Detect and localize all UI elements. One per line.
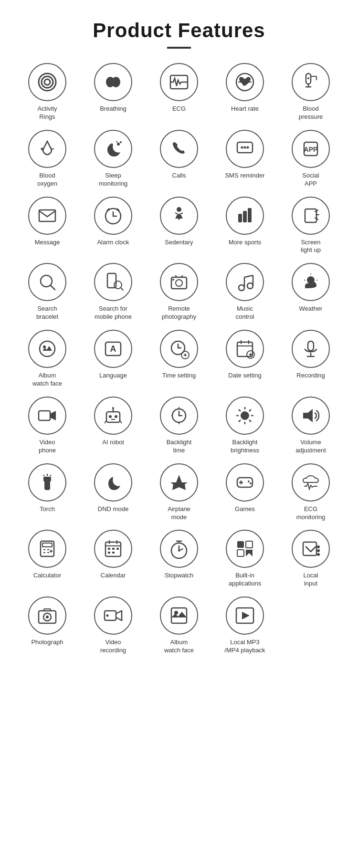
album-watch-face-icon-circle bbox=[28, 330, 66, 368]
svg-point-20 bbox=[241, 146, 243, 148]
local-mp3-label: Local MP3 /MP4 playback bbox=[224, 638, 265, 655]
local-input-label: Local input bbox=[303, 572, 318, 588]
svg-point-10 bbox=[307, 77, 309, 79]
feature-item-breathing: Breathing bbox=[80, 63, 146, 121]
photograph-label: Photograph bbox=[31, 638, 63, 647]
svg-rect-74 bbox=[308, 341, 314, 351]
recording-icon-circle bbox=[292, 330, 330, 368]
svg-point-58 bbox=[43, 345, 46, 348]
feature-item-ecg: ECG bbox=[146, 63, 212, 121]
language-icon-circle: A bbox=[94, 330, 132, 368]
feature-item-ecg-monitoring: ECG monitoring bbox=[278, 463, 344, 522]
breathing-label: Breathing bbox=[100, 105, 126, 113]
sleep-monitoring-icon-circle bbox=[94, 130, 132, 168]
svg-rect-113 bbox=[42, 543, 52, 547]
dnd-mode-icon-circle bbox=[94, 463, 132, 502]
svg-rect-77 bbox=[39, 411, 50, 420]
svg-point-45 bbox=[176, 280, 182, 286]
video-recording-icon-circle bbox=[94, 596, 132, 635]
calls-icon-circle bbox=[160, 130, 198, 168]
ai-robot-icon-circle bbox=[94, 397, 132, 435]
ecg-monitoring-icon-circle bbox=[292, 463, 330, 502]
local-mp3-icon-circle bbox=[226, 596, 264, 635]
message-icon-circle bbox=[28, 197, 66, 235]
svg-rect-138 bbox=[303, 542, 316, 555]
ecg-monitoring-label: ECG monitoring bbox=[296, 505, 326, 522]
volume-adjustment-label: Volume adjustment bbox=[295, 439, 326, 455]
svg-point-146 bbox=[46, 616, 49, 618]
feature-item-alarm-clock: Alarm clock bbox=[80, 197, 146, 255]
svg-point-18 bbox=[116, 141, 118, 142]
svg-line-84 bbox=[105, 420, 106, 423]
video-recording-label: Video recording bbox=[100, 638, 126, 655]
search-mobile-icon-circle bbox=[94, 263, 132, 301]
svg-rect-137 bbox=[237, 550, 244, 556]
svg-text:APP: APP bbox=[304, 146, 318, 153]
svg-rect-128 bbox=[112, 552, 115, 554]
svg-point-92 bbox=[241, 411, 249, 420]
feature-item-blood-oxygen: Blood oxygen bbox=[14, 130, 80, 188]
features-grid: Activity RingsBreathingECGHeart rateBloo… bbox=[10, 63, 348, 655]
music-control-label: Music control bbox=[235, 305, 254, 321]
sms-reminder-label: SMS reminder bbox=[225, 172, 264, 180]
svg-point-16 bbox=[117, 143, 120, 146]
sleep-monitoring-label: Sleep monitoring bbox=[99, 172, 128, 188]
airplane-mode-label: Airplane mode bbox=[168, 505, 190, 522]
more-sports-label: More sports bbox=[229, 239, 262, 247]
search-bracelet-label: Search bracelet bbox=[36, 305, 58, 321]
svg-rect-126 bbox=[116, 548, 119, 550]
album-watch-face2-icon-circle bbox=[160, 596, 198, 635]
feature-item-games: Games bbox=[212, 463, 278, 522]
screen-light-up-label: Screen light up bbox=[301, 239, 321, 255]
svg-line-140 bbox=[311, 547, 316, 552]
album-watch-face-label: Album watch face bbox=[32, 372, 62, 388]
games-icon-circle bbox=[226, 463, 264, 502]
feature-item-remote-photography: Remote photography bbox=[146, 263, 212, 321]
built-in-apps-label: Built-in applications bbox=[229, 572, 262, 588]
more-sports-icon-circle bbox=[226, 197, 264, 235]
feature-item-album-watch-face: Album watch face bbox=[14, 330, 80, 388]
backlight-brightness-icon-circle bbox=[226, 397, 264, 435]
svg-rect-41 bbox=[107, 273, 116, 288]
ecg-label: ECG bbox=[172, 105, 186, 113]
svg-point-80 bbox=[115, 415, 117, 418]
calendar-label: Calendar bbox=[101, 572, 126, 580]
recording-label: Recording bbox=[296, 372, 325, 380]
svg-rect-102 bbox=[44, 481, 50, 490]
feature-item-local-input: Local input bbox=[278, 530, 344, 588]
svg-rect-78 bbox=[106, 412, 120, 422]
feature-item-torch: Torch bbox=[14, 463, 80, 522]
social-app-label: Social APP bbox=[302, 172, 319, 188]
feature-item-time-setting: Time setting bbox=[146, 330, 212, 388]
svg-point-21 bbox=[244, 146, 246, 148]
airplane-mode-icon-circle bbox=[160, 463, 198, 502]
torch-label: Torch bbox=[40, 505, 55, 513]
weather-label: Weather bbox=[299, 305, 323, 313]
blood-oxygen-label: Blood oxygen bbox=[37, 172, 57, 188]
svg-point-2 bbox=[44, 79, 50, 85]
volume-adjustment-icon-circle bbox=[292, 397, 330, 435]
svg-line-105 bbox=[43, 475, 44, 476]
feature-item-activity-rings: Activity Rings bbox=[14, 63, 80, 121]
feature-item-dnd-mode: DND mode bbox=[80, 463, 146, 522]
feature-item-backlight-brightness: Backlight brightness bbox=[212, 397, 278, 455]
feature-item-music-control: Music control bbox=[212, 263, 278, 321]
alarm-clock-label: Alarm clock bbox=[97, 239, 129, 247]
ecg-icon-circle bbox=[160, 63, 198, 101]
svg-point-110 bbox=[248, 481, 250, 482]
svg-line-43 bbox=[121, 288, 123, 290]
calculator-icon-circle bbox=[28, 530, 66, 568]
time-setting-label: Time setting bbox=[162, 372, 196, 380]
feature-item-stopwatch: Stopwatch bbox=[146, 530, 212, 588]
calculator-label: Calculator bbox=[33, 572, 62, 580]
music-control-icon-circle bbox=[226, 263, 264, 301]
svg-line-40 bbox=[51, 285, 55, 290]
svg-marker-101 bbox=[303, 409, 313, 422]
feature-item-album-watch-face2: Album watch face bbox=[146, 596, 212, 655]
svg-point-151 bbox=[174, 611, 178, 615]
sms-reminder-icon-circle bbox=[226, 130, 264, 168]
svg-point-4 bbox=[112, 77, 120, 87]
svg-line-139 bbox=[306, 547, 311, 552]
svg-point-79 bbox=[109, 415, 112, 418]
feature-item-calendar: Calendar bbox=[80, 530, 146, 588]
